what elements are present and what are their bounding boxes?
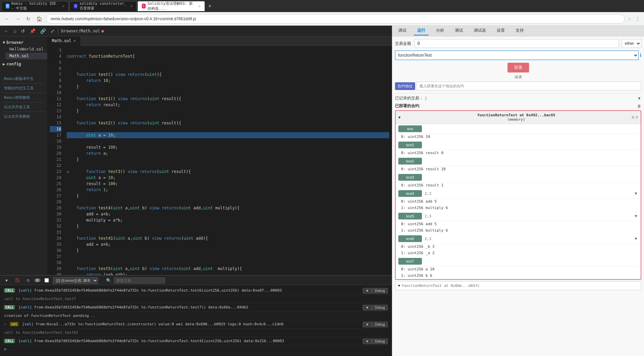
console-info-5: call to functionReturnTest.test41 <box>4 330 78 335</box>
console-clear-btn[interactable]: 🚫 <box>13 277 22 283</box>
contract-info-button[interactable]: i <box>640 53 641 58</box>
func-expand-test5[interactable]: ▼ <box>634 214 638 218</box>
ide-tool-expand[interactable]: ⤢ <box>49 28 56 34</box>
func-button-test2[interactable]: test2 <box>398 158 422 165</box>
at-address-button[interactable]: 合约地址 <box>395 82 415 90</box>
ide-tool-home[interactable]: ⌂ <box>12 28 18 34</box>
code-editor[interactable]: contract functionReturnTest{ function te… <box>64 46 392 275</box>
tab-settings[interactable]: 设置 <box>493 26 508 35</box>
expand-button-6[interactable]: ▼ <box>363 338 372 344</box>
tab-close-remix[interactable]: × <box>62 4 64 8</box>
value-unit-select[interactable]: ether <box>622 39 641 48</box>
breadcrumb-text: browser/Math.sol <box>61 29 100 33</box>
console-info-1: call to functionReturnTest.test7 <box>4 297 75 301</box>
ide-tool-refresh[interactable]: ↺ <box>20 28 26 34</box>
tab-debug[interactable]: 调试 <box>395 26 410 35</box>
func-result-test7-0: 0: uint256 a 10 <box>396 266 641 273</box>
tab-run[interactable]: 运行 <box>414 26 429 35</box>
console-badge: 0 <box>34 278 40 282</box>
func-button-test7[interactable]: test7 <box>398 258 422 265</box>
func-button-test4[interactable]: test4 <box>398 190 422 197</box>
func-expand-test6[interactable]: ▼ <box>634 236 638 241</box>
value-input[interactable] <box>415 39 619 48</box>
console-area: ▼ 🚫 ⊙ 0 [2] 仅remix交易, 脚本 🔍 CALL [call] f… <box>0 275 392 356</box>
url-input[interactable] <box>46 14 625 24</box>
func-result-test1: 0: uint256 result 0 <box>396 150 641 156</box>
call-badge-6: CALL <box>4 339 15 343</box>
settings-icon[interactable]: ⋮ <box>634 16 641 22</box>
tab-close-baidu[interactable]: × <box>130 4 132 8</box>
func-button-test[interactable]: test <box>398 125 422 132</box>
debug-button-0[interactable]: Debug <box>372 288 388 294</box>
debug-button-6[interactable]: Debug <box>372 338 388 344</box>
editor-area: Math.sol × 345678 91011121314 1516171819… <box>47 36 392 275</box>
tab-solidity[interactable]: S Solidity语法理解03: 新的构造... × <box>137 1 205 11</box>
back-button[interactable]: ← <box>3 15 11 23</box>
second-deployed-triangle: ▼ <box>398 284 400 288</box>
debug-button-2[interactable]: Debug <box>372 305 388 310</box>
sidebar-link-eth-dev-course[interactable]: 以太坊开发教程 <box>3 112 44 121</box>
deployed-close-button[interactable]: × <box>636 115 638 120</box>
debug-button-4[interactable]: Debug <box>372 322 388 327</box>
tab-support[interactable]: 支持 <box>512 26 527 35</box>
new-tab-button[interactable]: + <box>206 3 214 9</box>
console-entry-1: call to functionReturnTest.test7 <box>1 295 391 303</box>
editor-body: 345678 91011121314 151617181920 21222324… <box>47 46 392 275</box>
console-checkbox[interactable] <box>44 278 49 283</box>
func-button-test6[interactable]: test6 <box>398 235 422 242</box>
ide-tool-pin[interactable]: 📌 <box>28 28 37 34</box>
val-badge-4: val <box>10 322 19 326</box>
second-deployed-contract: ▼ functionReturnTest at 0x0de...db5fc <box>395 281 641 290</box>
console-entry-3: creation of functionReturnTest pending .… <box>1 312 391 320</box>
call-badge-0: CALL <box>4 288 15 293</box>
tab-favicon-baidu: 百 <box>74 4 78 8</box>
sidebar-link-smart-contract[interactable]: 智能合约交互工具 <box>3 84 44 93</box>
file-helloworld[interactable]: HelloWorld.sol <box>5 46 47 53</box>
console-stop-btn[interactable]: ⊙ <box>25 277 32 283</box>
contract-select[interactable]: functionReturnTest <box>395 51 639 60</box>
ide-panel: ← ⌂ ↺ 📌 🔗 ⤢ browser/Math.sol ● ▼ browser <box>0 26 392 356</box>
ide-tool-link[interactable]: 🔗 <box>39 28 47 34</box>
expand-button-0[interactable]: ▼ <box>363 288 372 294</box>
console-filter-select[interactable]: [2] 仅remix交易, 脚本 <box>53 277 98 284</box>
sidebar-link-eth-dev-tool[interactable]: 以太坊开发工具 <box>3 102 44 112</box>
config-folder[interactable]: ▶ config <box>0 61 47 67</box>
editor-tab-math[interactable]: Math.sol × <box>47 36 81 46</box>
breadcrumb-modified: ● <box>101 29 104 33</box>
console-toolbar: ▼ 🚫 ⊙ 0 [2] 仅remix交易, 脚本 🔍 <box>0 276 392 285</box>
ide-tool-back[interactable]: ← <box>3 28 10 34</box>
tab-close-solidity[interactable]: × <box>198 4 201 8</box>
tab-analysis[interactable]: 分析 <box>433 26 448 35</box>
console-down-btn[interactable]: ▼ <box>3 278 10 283</box>
sidebar-link-remix-tutorial[interactable]: Remix简明教程 <box>3 93 44 102</box>
console-prompt: > <box>1 346 391 353</box>
func-button-test5[interactable]: test5 <box>398 213 422 219</box>
sidebar-link-remix-new[interactable]: Remix新版本中文 <box>3 74 44 84</box>
deployed-trash-button[interactable]: 🗑 <box>637 104 641 109</box>
expand-button-2[interactable]: ▼ <box>363 305 372 310</box>
bookmark-icon[interactable]: ☆ <box>627 16 632 22</box>
tab-remix[interactable]: R Remix - Solidity IDE - 中文版 × <box>1 1 69 11</box>
console-search-input[interactable] <box>114 277 165 284</box>
at-address-input[interactable] <box>417 82 641 90</box>
success-icon-4: ✓ <box>4 322 6 326</box>
tab-baidu[interactable]: 百 solidity constructor_百度搜索 × <box>69 1 137 11</box>
func-button-test1[interactable]: test1 <box>398 142 422 148</box>
deployed-copy-button[interactable]: ⎘ <box>632 115 634 119</box>
editor-with-tree: ▼ browser HelloWorld.sol Math.sol ▶ conf… <box>0 36 392 275</box>
tab-test[interactable]: 测试 <box>452 26 466 35</box>
expand-button-4[interactable]: ▼ <box>363 322 372 327</box>
refresh-button[interactable]: ↻ <box>24 15 32 23</box>
func-result-test7-1: 1: uint256 b 6 <box>396 273 641 279</box>
func-expand-test4[interactable]: ▼ <box>634 191 638 196</box>
console-text-2: [call] <box>19 305 32 309</box>
home-button[interactable]: 🏠 <box>34 15 44 23</box>
browser-folder[interactable]: ▼ browser <box>0 39 47 46</box>
forward-button[interactable]: → <box>13 15 22 23</box>
editor-tab-close[interactable]: × <box>73 38 76 43</box>
tx-expand-button[interactable]: ▼ <box>637 96 641 101</box>
func-button-test3[interactable]: test3 <box>398 174 422 181</box>
deploy-button[interactable]: 部署 <box>508 63 529 72</box>
tab-debugger[interactable]: 调试器 <box>470 26 489 35</box>
file-math[interactable]: Math.sol <box>5 53 47 59</box>
